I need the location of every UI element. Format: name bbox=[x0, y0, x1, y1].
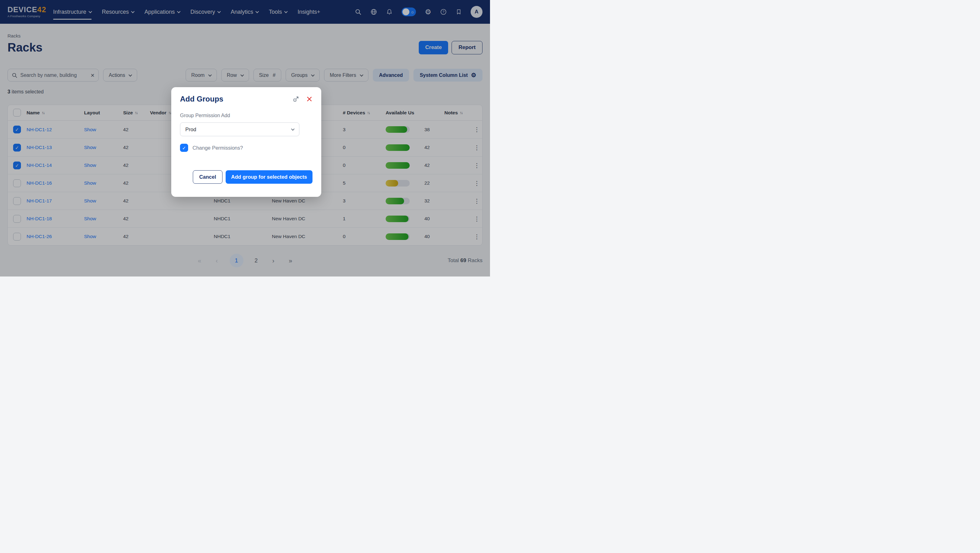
modal-checkbox[interactable]: ✓ bbox=[180, 144, 188, 152]
modal-title: Add Groups bbox=[180, 95, 223, 103]
group-permission-label: Group Permission Add bbox=[180, 113, 312, 118]
group-permission-select[interactable]: Prod bbox=[180, 122, 299, 136]
change-permissions-label: Change Permissions? bbox=[192, 145, 243, 151]
add-group-submit-button[interactable]: Add group for selected objects bbox=[226, 170, 312, 184]
chevron-down-icon bbox=[291, 127, 294, 130]
expand-modal-icon[interactable] bbox=[293, 95, 299, 102]
add-groups-modal: Add Groups Group Permission Add Prod ✓ C… bbox=[171, 87, 321, 197]
select-value: Prod bbox=[185, 127, 196, 132]
cancel-button[interactable]: Cancel bbox=[193, 170, 223, 184]
close-modal-icon[interactable] bbox=[306, 96, 312, 102]
check-icon: ✓ bbox=[182, 146, 186, 150]
